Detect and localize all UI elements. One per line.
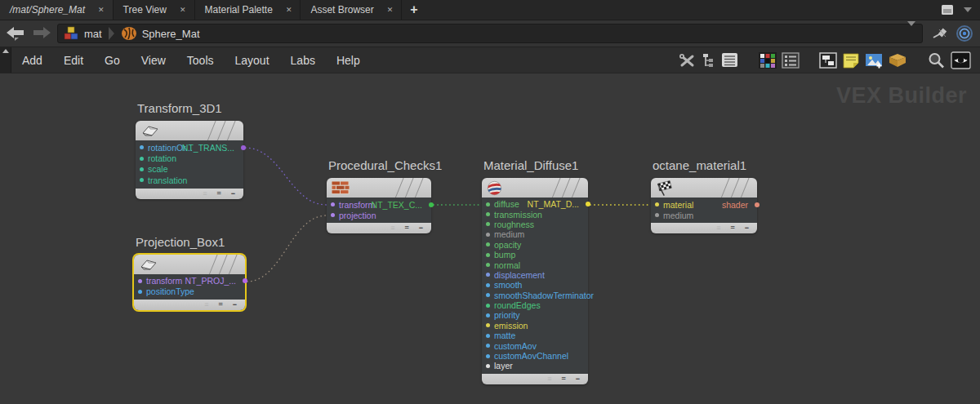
node-header[interactable]	[134, 255, 245, 274]
tab-0[interactable]: /mat/Sphere_Mat✕	[0, 0, 114, 20]
input-connector[interactable]	[486, 344, 490, 348]
menu-tools[interactable]: Tools	[176, 54, 225, 67]
network-boxes-icon[interactable]	[817, 52, 840, 69]
output-connector[interactable]	[586, 202, 590, 206]
node-header[interactable]	[136, 121, 243, 140]
node-flag-icon[interactable]: ≡	[547, 375, 551, 383]
pane-icon[interactable]	[941, 4, 954, 16]
list-icon[interactable]	[719, 52, 742, 68]
menu-go[interactable]: Go	[94, 54, 131, 67]
input-connector[interactable]	[486, 253, 490, 257]
target-icon[interactable]	[956, 24, 973, 42]
input-connector[interactable]	[140, 157, 144, 161]
input-connector[interactable]	[655, 202, 659, 206]
panel-collapse-handle[interactable]	[0, 47, 11, 73]
input-connector[interactable]	[486, 242, 490, 246]
node-flags-bar[interactable]: ≡=−	[651, 223, 757, 233]
tab-2[interactable]: Material Palette✕	[195, 0, 301, 20]
input-connector[interactable]	[486, 222, 490, 226]
input-connector[interactable]	[486, 283, 490, 287]
pin-icon[interactable]	[931, 26, 949, 41]
node-flags-bar[interactable]: ≡=−	[134, 300, 245, 310]
input-connector[interactable]	[138, 290, 142, 294]
node-flag-icon[interactable]: −	[231, 190, 235, 198]
back-button[interactable]	[5, 25, 26, 42]
input-connector[interactable]	[331, 202, 335, 206]
breadcrumb[interactable]: mat Sphere_Mat	[57, 24, 923, 43]
forward-button[interactable]	[31, 25, 52, 42]
eye-icon[interactable]	[948, 51, 973, 69]
output-connector[interactable]	[755, 202, 760, 207]
node-flag-icon[interactable]: =	[561, 375, 565, 383]
input-connector[interactable]	[140, 145, 144, 149]
node-flag-icon[interactable]: =	[730, 224, 734, 232]
input-connector[interactable]	[486, 212, 490, 216]
node-flag-icon[interactable]: −	[745, 224, 749, 232]
tab-1[interactable]: Tree View✕	[114, 0, 195, 20]
asset-box-icon[interactable]	[885, 52, 910, 68]
input-connector[interactable]	[140, 167, 144, 171]
input-connector[interactable]	[331, 213, 335, 217]
node-flags-bar[interactable]: ≡=−	[327, 223, 431, 233]
add-image-icon[interactable]	[862, 52, 885, 69]
input-connector[interactable]	[486, 364, 490, 368]
node-flag-icon[interactable]: −	[419, 224, 423, 232]
tab-close-icon[interactable]: ✕	[180, 7, 186, 14]
tab-close-icon[interactable]: ✕	[286, 7, 292, 14]
node-flag-icon[interactable]: −	[233, 301, 237, 309]
wire-1[interactable]	[247, 215, 327, 282]
input-connector[interactable]	[138, 279, 142, 283]
node-flag-icon[interactable]: −	[576, 375, 580, 383]
node-flag-icon[interactable]: ≡	[390, 224, 394, 232]
input-connector[interactable]	[486, 293, 490, 297]
menu-help[interactable]: Help	[326, 54, 371, 67]
input-connector[interactable]	[655, 213, 659, 217]
tab-3[interactable]: Asset Browser✕	[301, 0, 402, 20]
input-connector[interactable]	[486, 263, 490, 267]
node-flag-icon[interactable]: ≡	[716, 224, 720, 232]
node-box[interactable]: materialshadermedium≡=−	[651, 178, 757, 233]
node-header[interactable]	[327, 178, 431, 198]
node-flag-icon[interactable]: =	[404, 224, 408, 232]
node-header[interactable]	[482, 178, 588, 198]
search-icon[interactable]	[924, 51, 948, 69]
tab-list-dropdown-icon[interactable]	[964, 7, 972, 12]
node-flags-bar[interactable]: ≡=−	[136, 189, 243, 199]
menu-layout[interactable]: Layout	[225, 54, 280, 67]
node-flag-icon[interactable]: ≡	[203, 190, 207, 198]
network-editor-canvas[interactable]: Transform_3D1rotationOr...NT_TRANS...rot…	[0, 73, 980, 403]
input-connector[interactable]	[486, 233, 490, 237]
breadcrumb-segment-sphere-mat[interactable]: Sphere_Mat	[121, 26, 200, 41]
tools-icon[interactable]	[675, 52, 699, 69]
node-box[interactable]: rotationOr...NT_TRANS...rotationscaletra…	[136, 121, 243, 199]
node-header[interactable]	[651, 178, 757, 198]
menu-labs[interactable]: Labs	[280, 54, 326, 67]
grid-list-icon[interactable]	[779, 52, 802, 69]
wire-0[interactable]	[245, 148, 327, 205]
color-palette-icon[interactable]	[756, 52, 779, 69]
new-tab-button[interactable]: +	[402, 0, 425, 20]
input-connector[interactable]	[486, 202, 490, 206]
breadcrumb-segment-mat[interactable]: mat	[63, 26, 102, 41]
tree-view-icon[interactable]	[699, 52, 719, 69]
tab-close-icon[interactable]: ✕	[387, 7, 394, 14]
input-connector[interactable]	[486, 323, 490, 327]
output-connector[interactable]	[429, 202, 434, 207]
node-flags-bar[interactable]: ≡=−	[482, 374, 588, 384]
input-connector[interactable]	[486, 304, 490, 308]
input-connector[interactable]	[486, 354, 490, 358]
node-box[interactable]: transformNT_PROJ_...positionType≡=−	[134, 255, 245, 310]
sticky-note-icon[interactable]	[840, 52, 862, 69]
node-flag-icon[interactable]: ≡	[204, 301, 208, 309]
path-dropdown-icon[interactable]	[904, 26, 919, 41]
input-connector[interactable]	[140, 178, 144, 182]
menu-add[interactable]: Add	[11, 54, 53, 67]
input-connector[interactable]	[486, 313, 490, 317]
input-connector[interactable]	[486, 334, 490, 338]
output-connector[interactable]	[241, 145, 246, 150]
node-box[interactable]: transformNT_TEX_C...projection≡=−	[327, 178, 431, 233]
node-box[interactable]: diffuseNT_MAT_D...transmissionroughnessm…	[482, 178, 588, 384]
node-flag-icon[interactable]: =	[216, 190, 220, 198]
node-flag-icon[interactable]: =	[218, 301, 222, 309]
input-connector[interactable]	[486, 273, 490, 277]
